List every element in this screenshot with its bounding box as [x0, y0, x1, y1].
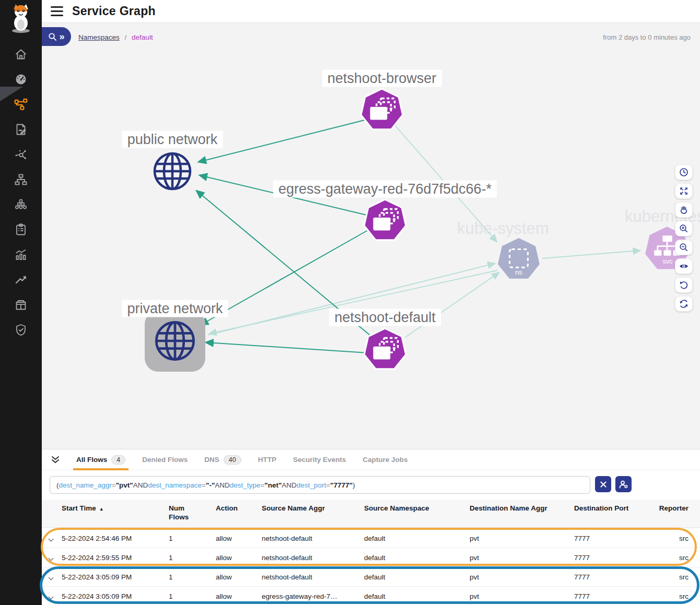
clear-filter-button[interactable]	[595, 476, 611, 492]
node-label-netshoot-browser[interactable]: netshoot-browser	[322, 70, 442, 87]
query-token: "-"	[206, 481, 215, 489]
org-tree-icon[interactable]	[14, 173, 28, 186]
column-header-destination-name-aggr[interactable]: Destination Name Aggr	[470, 504, 574, 513]
expand-row-icon[interactable]	[49, 555, 54, 561]
service-graph-canvas[interactable]: kube-system kubernetes » Namespaces	[42, 23, 700, 449]
query-token: )	[353, 481, 355, 489]
node-label-private-network[interactable]: private network	[122, 300, 228, 317]
table-cell: 5-22-2024 2:59:55 PM	[62, 554, 169, 562]
tab-security-events[interactable]: Security Events	[285, 449, 354, 470]
table-cell: allow	[216, 535, 262, 542]
tab-count-badge: 4	[111, 455, 125, 465]
filter-row: (dest_name_aggr = "pvt" AND dest_namespa…	[42, 474, 700, 496]
column-header-num-flows[interactable]: Num Flows	[169, 504, 193, 522]
table-cell: default	[364, 573, 470, 581]
node-egress-gateway[interactable]	[363, 198, 407, 243]
clipboard-list-icon[interactable]	[14, 223, 28, 236]
table-row[interactable]: 5-22-2024 3:05:09 PM1allownetshoot-defau…	[42, 567, 700, 587]
table-cell: 5-22-2024 2:54:46 PM	[62, 535, 169, 542]
flows-tabs: All Flows4Denied FlowsDNS40HTTPSecurity …	[68, 449, 416, 470]
tab-label: Denied Flows	[142, 456, 188, 464]
node-netshoot-browser[interactable]	[359, 88, 404, 133]
column-header-start-time[interactable]: Start Time▲	[62, 504, 169, 513]
node-netshoot-default[interactable]	[363, 327, 407, 372]
tab-label: HTTP	[258, 456, 276, 464]
expand-icon[interactable]	[675, 183, 693, 199]
tab-denied-flows[interactable]: Denied Flows	[134, 449, 196, 470]
pan-hand-icon[interactable]	[675, 202, 693, 218]
trend-arrow-icon[interactable]	[14, 273, 28, 287]
graph-search-pill[interactable]: »	[42, 27, 71, 46]
node-label-netshoot-default[interactable]: netshoot-default	[329, 309, 441, 326]
table-cell: allow	[216, 573, 262, 581]
shield-check-icon[interactable]	[14, 323, 28, 337]
node-label-public-network[interactable]: public network	[122, 131, 223, 148]
node-label-egress-gateway[interactable]: egress-gateway-red-76d7f5dc66-*	[273, 181, 497, 198]
table-cell: default	[364, 554, 470, 562]
table-cell: default	[364, 592, 470, 600]
query-token: dest_port	[297, 481, 326, 489]
double-chevron-down-icon[interactable]	[50, 455, 61, 465]
node-kube-system-ns[interactable]: ns	[496, 237, 541, 282]
refresh-icon[interactable]	[675, 296, 693, 312]
table-cell: 1	[169, 573, 216, 581]
query-token: dest_namespace	[148, 481, 202, 489]
dashboard-gauge-icon[interactable]	[14, 73, 28, 86]
time-icon[interactable]	[675, 164, 693, 180]
query-token: dest_name_aggr	[59, 481, 112, 489]
breadcrumb-namespaces-link[interactable]: Namespaces	[78, 33, 120, 41]
column-header-source-namespace[interactable]: Source Namespace	[364, 504, 470, 513]
package-box-icon[interactable]	[14, 298, 28, 312]
search-icon	[48, 32, 57, 41]
undo-icon[interactable]	[675, 277, 693, 293]
policies-document-icon[interactable]	[14, 123, 28, 136]
molecule-network-icon[interactable]	[14, 148, 28, 161]
node-public-network-globe-icon[interactable]	[151, 150, 193, 192]
expand-row-icon[interactable]	[49, 594, 54, 599]
table-cell: default	[364, 535, 470, 542]
zoom-in-icon[interactable]	[675, 221, 693, 236]
query-token: "net"	[264, 481, 282, 489]
tab-http[interactable]: HTTP	[250, 449, 285, 470]
expand-row-icon[interactable]	[49, 536, 54, 541]
bar-chart-icon[interactable]	[14, 248, 28, 262]
breadcrumb-current: default	[132, 33, 153, 41]
visibility-eye-icon[interactable]	[675, 258, 693, 274]
table-row[interactable]: 5-22-2024 2:54:46 PM1allownetshoot-defau…	[42, 529, 700, 548]
home-icon[interactable]	[14, 48, 28, 61]
column-header-reporter[interactable]: Reporter	[652, 504, 700, 513]
tab-label: All Flows	[76, 456, 107, 464]
sort-asc-icon: ▲	[99, 506, 104, 512]
expand-row-icon[interactable]	[49, 575, 54, 580]
column-header-source-name-aggr[interactable]: Source Name Aggr	[262, 504, 364, 513]
query-token: =	[326, 481, 330, 489]
service-graph-icon[interactable]	[14, 97, 28, 112]
table-row[interactable]: 5-22-2024 2:59:55 PM1allownetshoot-defau…	[42, 548, 700, 567]
time-range-label: from 2 days to 0 minutes ago	[603, 33, 691, 41]
zoom-out-icon[interactable]	[675, 240, 693, 255]
tab-capture-jobs[interactable]: Capture Jobs	[354, 449, 416, 470]
table-cell: 7777	[574, 592, 652, 600]
table-cell: pvt	[470, 592, 574, 600]
filter-query-input[interactable]: (dest_name_aggr = "pvt" AND dest_namespa…	[50, 476, 590, 494]
cluster-circles-icon[interactable]	[14, 198, 28, 211]
tab-count-badge: 40	[224, 455, 241, 465]
tab-all-flows[interactable]: All Flows4	[68, 449, 134, 470]
flows-panel: All Flows4Denied FlowsDNS40HTTPSecurity …	[42, 449, 700, 605]
calico-cat-logo	[7, 3, 34, 33]
hamburger-menu-icon[interactable]	[51, 6, 63, 16]
tab-dns[interactable]: DNS40	[196, 449, 249, 470]
table-cell: allow	[216, 554, 262, 562]
table-row[interactable]: 5-22-2024 3:05:09 PM1allowegress-gateway…	[42, 587, 700, 605]
breadcrumb: Namespaces / default	[78, 33, 153, 41]
query-token: dest_type	[230, 481, 261, 489]
sidebar	[0, 0, 42, 605]
column-header-action[interactable]: Action	[216, 504, 262, 513]
query-token: =	[112, 481, 116, 489]
table-cell: 5-22-2024 3:05:09 PM	[62, 573, 169, 581]
node-private-network-globe-icon[interactable]	[153, 319, 197, 363]
svc-badge: svc	[662, 257, 673, 265]
query-token: "pvt"	[116, 481, 133, 489]
column-header-destination-port[interactable]: Destination Port	[574, 504, 652, 513]
user-settings-button[interactable]	[615, 476, 632, 492]
